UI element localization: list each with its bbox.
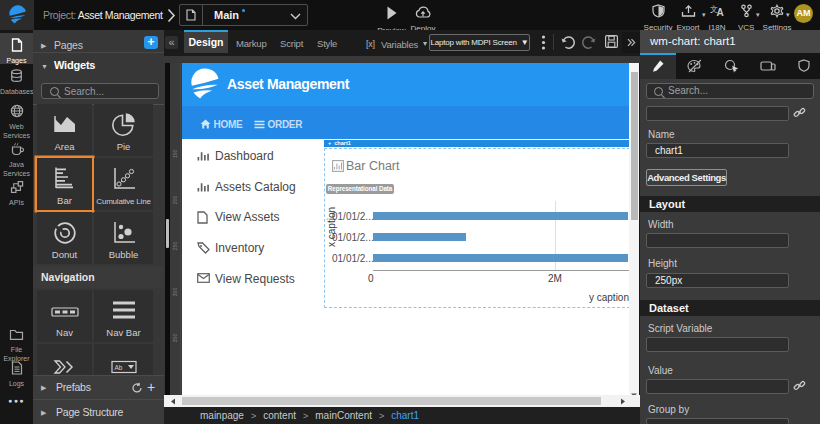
svg-text:Ab: Ab [114,364,122,371]
svg-text:A: A [716,7,723,18]
